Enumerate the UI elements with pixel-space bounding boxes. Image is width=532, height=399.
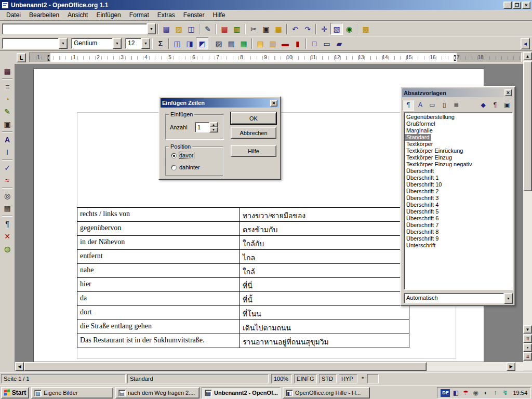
radio-davor-label[interactable]: davor [179, 152, 194, 158]
navigator-icon[interactable]: ✛ [318, 23, 330, 35]
background-color-icon[interactable]: ▨ [212, 37, 225, 49]
next-page-button[interactable]: ⇊ [523, 352, 532, 361]
vertical-scrollbar[interactable]: ▲ ▼ ⇈ ● ⇊ [523, 52, 532, 370]
font-size-value[interactable]: 12 [125, 38, 141, 49]
anzahl-spinbox[interactable]: 1 ▲ ▼ [195, 122, 218, 132]
table-cell[interactable]: gegenübervon [77, 222, 240, 236]
horizontal-ruler[interactable]: 1 1 2 3 4 5 6 7 8 9 10 11 12 13 14 15 16… [29, 52, 522, 62]
form-functions-icon[interactable]: ▣ [1, 118, 14, 130]
style-list-item[interactable]: Unterschrift [405, 242, 512, 249]
insert-fields-icon[interactable]: ≡ [1, 81, 14, 93]
status-style[interactable]: Standard [127, 374, 269, 383]
style-list-item[interactable]: Überschrift 7 [405, 222, 512, 229]
previous-page-button[interactable]: ⇈ [523, 335, 532, 343]
sum-icon[interactable]: Σ [154, 37, 167, 49]
table-row[interactable]: hierที่นี่ [77, 278, 409, 292]
menu-einfuegen[interactable]: Einfügen [92, 10, 125, 20]
table-cell[interactable]: ทางขวา/ซายมือของ [240, 208, 409, 222]
radio-selected-icon[interactable] [171, 153, 177, 158]
paragraph-style-value[interactable] [2, 38, 59, 49]
window-titlebar[interactable]: Unbenannt2 - OpenOffice.org 1.1 _ ❐ × [0, 0, 532, 10]
borders-icon[interactable]: □ [308, 37, 321, 49]
url-value[interactable] [2, 23, 147, 34]
update-tray-icon[interactable]: ↑ [491, 389, 499, 397]
help-button[interactable]: Hilfe [231, 145, 276, 157]
style-list-item-selected[interactable]: Standard [405, 134, 431, 141]
radio-dahinter[interactable]: dahinter [171, 164, 200, 170]
redo-icon[interactable]: ↷ [301, 23, 314, 35]
style-list-item[interactable]: Überschrift 4 [405, 202, 512, 208]
graphics-toggle-icon[interactable]: ✕ [1, 230, 14, 243]
table-cell[interactable]: เดินไปตามถนน [240, 320, 409, 334]
menu-fenster[interactable]: Fenster [179, 10, 209, 20]
online-layout-icon[interactable]: ◍ [1, 243, 14, 255]
status-selection-mode[interactable]: STD [319, 374, 337, 383]
status-hyperlink-mode[interactable]: HYP [339, 374, 357, 383]
optimize-icon[interactable]: ◩ [196, 37, 208, 49]
table-row[interactable]: daที่นั้ [77, 292, 409, 306]
wireless-tray-icon[interactable]: ↯ [501, 389, 509, 397]
edit-file-icon[interactable]: ✎ [202, 23, 214, 35]
radio-dahinter-label[interactable]: dahinter [179, 164, 200, 170]
indent-marker-right[interactable]: ▼▲ [453, 54, 457, 62]
style-filter-combobox[interactable]: Automatisch ▼ [404, 293, 513, 303]
table-row[interactable]: naheใกล้ [77, 264, 409, 278]
restore-button[interactable]: ❐ [513, 2, 521, 9]
scroll-right-button[interactable]: ▶ [507, 362, 515, 371]
insert-column-icon[interactable]: ▥ [267, 37, 279, 49]
table-cell[interactable]: ที่นี่ [240, 278, 409, 292]
stylist-titlebar[interactable]: Absatzvorlagen × [402, 88, 513, 97]
save-icon[interactable]: ◫ [185, 23, 197, 35]
menu-extras[interactable]: Extras [153, 10, 179, 20]
style-list-item[interactable]: Überschrift [405, 168, 512, 175]
menu-bearbeiten[interactable]: Bearbeiten [25, 10, 63, 20]
table-row[interactable]: die Straße entlang gehenเดินไปตามถนน [77, 320, 409, 334]
antivirus-tray-icon[interactable]: ☂ [461, 389, 470, 397]
autoformat-icon[interactable]: ▦ [237, 37, 250, 49]
keyboard-layout-badge[interactable]: DE [441, 389, 450, 397]
menu-format[interactable]: Format [125, 10, 153, 20]
style-list-item[interactable]: Marginalie [405, 127, 512, 134]
spin-down-icon[interactable]: ▼ [209, 127, 218, 132]
table-cell[interactable]: dort [77, 306, 240, 320]
insert-table-icon[interactable]: ▦ [1, 65, 14, 77]
table-cell[interactable]: die Straße entlang gehen [77, 320, 240, 334]
style-list-item[interactable]: Grußformel [405, 121, 512, 127]
status-insert-mode[interactable]: EINFG [294, 374, 317, 383]
table-row[interactable]: dortที่โนน [77, 306, 409, 320]
filter-dropdown-icon[interactable]: ▼ [504, 293, 513, 304]
url-dropdown-icon[interactable]: ▼ [147, 23, 156, 34]
stylist-toggle-icon[interactable]: ▧ [330, 23, 343, 35]
font-dropdown-icon[interactable]: ▼ [113, 38, 122, 49]
url-combobox[interactable]: ▼ [2, 23, 156, 34]
font-size-combobox[interactable]: 12 ▼ [125, 38, 150, 49]
table-row[interactable]: Das Restaurant ist in der Sukhumvitstraß… [77, 334, 409, 348]
quickstarter-tray-icon[interactable]: ◧ [451, 389, 460, 397]
fill-format-mode-icon[interactable]: ◆ [477, 100, 489, 111]
table-cell[interactable]: nahe [77, 264, 240, 278]
taskbar-button-impress[interactable]: ▤ nach dem Weg fragen 2.... [115, 387, 200, 398]
border-style-icon[interactable]: ▭ [321, 37, 333, 49]
minimize-button[interactable]: _ [503, 2, 512, 9]
menu-hilfe[interactable]: Hilfe [209, 10, 230, 20]
direct-cursor-icon[interactable]: I [1, 146, 14, 158]
style-list-item[interactable]: Textkörper [405, 141, 512, 148]
frame-styles-icon[interactable]: ▭ [427, 100, 438, 111]
spellcheck-icon[interactable]: ✓ [1, 162, 14, 174]
insert-object-icon[interactable]: ◔ [1, 93, 14, 105]
border-color-icon[interactable]: ▰ [333, 37, 345, 49]
paste-icon[interactable]: ▦ [272, 23, 285, 35]
insert-row-icon[interactable]: ▤ [254, 37, 267, 49]
paragraph-styles-icon[interactable]: ¶ [403, 100, 414, 111]
table-borders-icon[interactable]: ▦ [225, 37, 237, 49]
stylist-close-icon[interactable]: × [504, 89, 512, 96]
table-row[interactable]: rechts / links vonทางขวา/ซายมือของ [77, 208, 409, 222]
font-name-combobox[interactable]: Gentium ▼ [71, 38, 122, 49]
autotext-icon[interactable]: A [1, 134, 14, 146]
start-button[interactable]: Start [1, 387, 29, 398]
table-cell[interactable]: ไกล [240, 250, 409, 264]
table-row[interactable]: in der Nähevonใกล้กับ [77, 236, 409, 250]
style-list-item[interactable]: Überschrift 6 [405, 215, 512, 222]
data-sources-icon[interactable]: ▤ [1, 202, 14, 215]
new-style-from-selection-icon[interactable]: ¶ [489, 100, 501, 111]
